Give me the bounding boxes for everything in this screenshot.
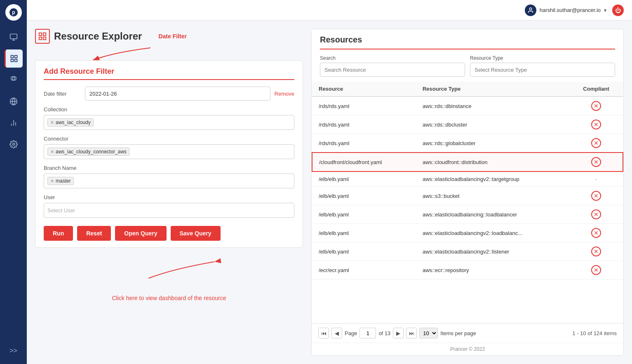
- user-input[interactable]: Select User: [44, 203, 294, 218]
- resource-type-cell: aws::elasticloadbalancing::loadbalancer: [416, 205, 569, 224]
- date-filter-input[interactable]: [85, 87, 270, 101]
- svg-rect-8: [15, 59, 17, 62]
- connector-tag-close[interactable]: ✕: [50, 149, 54, 155]
- resource-cell: /elb/elb.yaml: [312, 242, 416, 261]
- branch-input[interactable]: ✕ master: [44, 174, 294, 188]
- resource-type-input[interactable]: [470, 63, 615, 77]
- col-compliant: Compliant: [569, 82, 623, 96]
- compliant-dash: -: [595, 176, 597, 182]
- last-page-button[interactable]: ⏭: [406, 328, 417, 338]
- annotation-arrow-svg: [107, 258, 231, 282]
- left-panel: Resource Explorer Date Filter: [35, 29, 303, 356]
- reset-button[interactable]: Reset: [77, 226, 111, 241]
- of-label: of 13: [378, 330, 390, 336]
- connector-input[interactable]: ✕ aws_iac_cloudy_connector_aws: [44, 144, 294, 159]
- branch-section: Branch Name ✕ master: [44, 165, 294, 188]
- sidebar-item-globe[interactable]: [5, 92, 23, 110]
- open-query-button[interactable]: Open Query: [115, 226, 166, 241]
- compliant-cell[interactable]: ✕: [569, 261, 623, 279]
- run-button[interactable]: Run: [44, 226, 73, 241]
- collection-input[interactable]: ✕ aws_iac_cloudy: [44, 115, 294, 130]
- table-row[interactable]: /elb/elb.yamlaws::elasticloadbalancingv2…: [312, 242, 623, 261]
- sidebar: p >>: [0, 0, 27, 364]
- prev-page-button[interactable]: ◀: [331, 328, 342, 338]
- collection-tag-close[interactable]: ✕: [50, 120, 54, 125]
- svg-rect-19: [43, 37, 46, 40]
- remove-link[interactable]: Remove: [275, 91, 294, 97]
- compliant-icon[interactable]: ✕: [591, 120, 601, 129]
- table-row[interactable]: /rds/rds.yamlaws::rds::dbcluster✕: [312, 115, 623, 134]
- connector-label: Connector: [44, 136, 294, 142]
- filter-section: Add Resource Filter Date filter Remove C…: [35, 60, 303, 248]
- items-per-page-select[interactable]: 10 20 50: [419, 328, 438, 338]
- compliant-cell[interactable]: ✕: [569, 187, 623, 205]
- resource-cell: /elb/elb.yaml: [312, 187, 416, 205]
- search-label: Search: [320, 55, 465, 61]
- compliant-icon[interactable]: ✕: [591, 247, 601, 256]
- pagination: ⏮ ◀ Page of 13 ▶ ⏭ 10 20 50 Items per pa…: [312, 323, 623, 343]
- compliant-cell[interactable]: ✕: [569, 153, 623, 171]
- sidebar-logo[interactable]: p: [5, 4, 22, 21]
- compliant-icon[interactable]: ✕: [591, 209, 601, 219]
- footer: Prancer © 2022: [312, 343, 623, 355]
- page-label: Page: [345, 330, 357, 336]
- pagination-range: 1 - 10 of 124 items: [572, 330, 617, 336]
- svg-rect-16: [39, 33, 42, 35]
- table-row[interactable]: /elb/elb.yamlaws::s3::bucket✕: [312, 187, 623, 205]
- table-row[interactable]: /rds/rds.yamlaws::rds::globalcluster✕: [312, 134, 623, 153]
- compliant-cell[interactable]: -: [569, 171, 623, 187]
- compliant-icon[interactable]: ✕: [591, 191, 601, 201]
- sidebar-item-monitor[interactable]: [5, 28, 23, 46]
- right-panel: Resources Search Resource Type: [311, 29, 624, 356]
- sidebar-item-chart[interactable]: [5, 114, 23, 132]
- compliant-cell[interactable]: ✕: [569, 134, 623, 153]
- first-page-button[interactable]: ⏮: [318, 328, 329, 338]
- date-filter-label: Date filter: [44, 91, 81, 97]
- page-title-icon: [35, 29, 50, 44]
- compliant-icon[interactable]: ✕: [591, 157, 601, 167]
- next-page-button[interactable]: ▶: [393, 328, 404, 338]
- compliant-icon[interactable]: ✕: [591, 228, 601, 238]
- compliant-cell[interactable]: ✕: [569, 205, 623, 224]
- header-user: harshil.suthar@prancer.io ▾ ⏻: [525, 5, 624, 16]
- resource-cell: /ecr/ecr.yaml: [312, 261, 416, 279]
- compliant-cell[interactable]: ✕: [569, 96, 623, 115]
- sidebar-item-brain[interactable]: [5, 71, 23, 89]
- resource-cell: /elb/elb.yaml: [312, 171, 416, 187]
- col-resource-type: Resource Type: [416, 82, 569, 96]
- svg-rect-5: [11, 56, 14, 58]
- collection-section: Collection ✕ aws_iac_cloudy: [44, 106, 294, 130]
- table-row[interactable]: /rds/rds.yamlaws::rds::dbinstance✕: [312, 96, 623, 115]
- search-input[interactable]: [320, 63, 465, 77]
- branch-tag-close[interactable]: ✕: [50, 178, 54, 184]
- header: harshil.suthar@prancer.io ▾ ⏻: [27, 0, 632, 21]
- compliant-cell[interactable]: ✕: [569, 115, 623, 134]
- chevron-down-icon[interactable]: ▾: [604, 7, 606, 13]
- user-placeholder: Select User: [47, 207, 75, 214]
- sidebar-item-resources[interactable]: [5, 49, 23, 68]
- compliant-cell[interactable]: ✕: [569, 242, 623, 261]
- compliant-icon[interactable]: ✕: [591, 138, 601, 148]
- table-row[interactable]: /cloudfront/cloudfront.yamlaws::cloudfro…: [312, 153, 623, 171]
- search-row: Search Resource Type: [320, 55, 615, 77]
- col-resource: Resource: [312, 82, 416, 96]
- save-query-button[interactable]: Save Query: [171, 226, 221, 241]
- date-filter-annotation-label: Date Filter: [158, 33, 186, 40]
- page-number-input[interactable]: [359, 328, 376, 338]
- table-row[interactable]: /ecr/ecr.yamlaws::ecr::repository✕: [312, 261, 623, 279]
- resource-cell: /cloudfront/cloudfront.yaml: [312, 153, 416, 171]
- power-button[interactable]: ⏻: [612, 5, 624, 16]
- svg-rect-6: [15, 56, 17, 58]
- compliant-icon[interactable]: ✕: [591, 265, 601, 275]
- resource-type-cell: aws::cloudfront::distribution: [416, 153, 569, 171]
- compliant-icon[interactable]: ✕: [591, 101, 601, 111]
- table-row[interactable]: /elb/elb.yamlaws::elasticloadbalancing::…: [312, 205, 623, 224]
- search-col: Search: [320, 55, 465, 77]
- table-row[interactable]: /elb/elb.yamlaws::elasticloadbalancingv2…: [312, 224, 623, 242]
- resource-type-cell: aws::elasticloadbalancingv2::listener: [416, 242, 569, 261]
- table-row[interactable]: /elb/elb.yamlaws::elasticloadbalancingv2…: [312, 171, 623, 187]
- sidebar-expand-button[interactable]: >>: [5, 342, 23, 360]
- compliant-cell[interactable]: ✕: [569, 224, 623, 242]
- page-title-row: Resource Explorer Date Filter: [35, 29, 303, 44]
- sidebar-item-settings[interactable]: [5, 135, 23, 153]
